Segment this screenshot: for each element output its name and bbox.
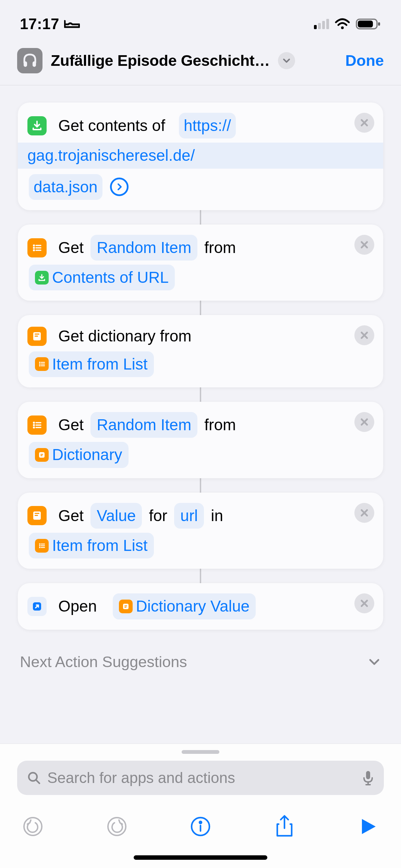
editor-header: Zufällige Episode Geschicht… Done [0, 41, 401, 85]
svg-point-15 [33, 422, 35, 424]
search-field[interactable]: Search for apps and actions [17, 761, 384, 795]
svg-rect-4 [24, 61, 27, 67]
svg-rect-28 [123, 604, 129, 609]
suggestions-label: Next Action Suggestions [20, 653, 187, 671]
status-time: 17:17 [20, 15, 59, 33]
bottom-toolbar [0, 795, 401, 850]
svg-rect-22 [35, 513, 39, 514]
list-icon [27, 238, 47, 257]
variable-token[interactable]: Contents of URL [29, 265, 175, 290]
status-left: 17:17 [20, 15, 80, 33]
bottom-panel: Search for apps and actions [0, 744, 401, 868]
svg-point-14 [39, 365, 40, 366]
delete-action-button[interactable] [354, 113, 374, 133]
svg-point-26 [39, 547, 40, 548]
status-right [314, 18, 381, 30]
svg-rect-23 [35, 515, 38, 516]
connector [200, 569, 201, 583]
redo-button[interactable] [105, 814, 129, 839]
action-get-item-from-list[interactable]: Get Random Item from Contents of URL [18, 225, 383, 301]
action-label: from [204, 236, 236, 260]
action-label: Get contents of [58, 113, 165, 138]
box-icon [119, 600, 133, 613]
action-label: Get dictionary from [58, 324, 192, 348]
svg-point-17 [33, 426, 35, 429]
download-icon [35, 271, 49, 285]
svg-point-7 [33, 247, 35, 249]
url-token[interactable]: gag.trojanischeresel.de/ [18, 143, 383, 168]
connector [200, 210, 201, 225]
undo-button[interactable] [21, 814, 45, 839]
next-action-suggestions-header[interactable]: Next Action Suggestions [18, 653, 383, 671]
svg-point-13 [39, 363, 40, 365]
delete-action-button[interactable] [354, 412, 374, 432]
delete-action-button[interactable] [354, 593, 374, 613]
home-indicator[interactable] [134, 855, 267, 860]
action-label: Open [58, 594, 97, 618]
action-get-contents-of-url[interactable]: Get contents of https:// gag.trojanische… [18, 103, 383, 210]
action-open-url[interactable]: Open Dictionary Value [18, 583, 383, 629]
done-button[interactable]: Done [345, 52, 384, 70]
battery-icon [356, 18, 381, 30]
svg-rect-20 [40, 455, 42, 456]
svg-rect-32 [366, 771, 370, 779]
search-placeholder: Search for apps and actions [47, 769, 356, 786]
action-label: Get [58, 236, 84, 260]
expand-action-button[interactable] [110, 178, 129, 196]
connector [200, 478, 201, 493]
connector [200, 387, 201, 402]
key-token[interactable]: url [174, 503, 204, 529]
action-label: Get [58, 413, 84, 437]
drag-handle[interactable] [182, 750, 219, 754]
connector [200, 301, 201, 315]
action-get-item-from-list[interactable]: Get Random Item from Dictionary [18, 402, 383, 478]
shortcut-glyph-headphones-icon[interactable] [17, 48, 42, 73]
svg-rect-2 [358, 21, 373, 27]
url-token[interactable]: data.json [29, 174, 102, 200]
arrow-out-icon [27, 597, 47, 616]
search-icon [27, 771, 41, 785]
delete-action-button[interactable] [354, 503, 374, 523]
variable-token[interactable]: Item from List [29, 533, 154, 558]
cellular-signal-icon [314, 19, 329, 29]
box-icon [35, 448, 49, 462]
action-label: from [204, 413, 236, 437]
bed-icon [64, 19, 80, 29]
action-get-dictionary-from-input[interactable]: Get dictionary from Item from List [18, 315, 383, 387]
shortcut-title[interactable]: Zufällige Episode Geschicht… [51, 52, 270, 70]
svg-point-24 [39, 543, 40, 545]
param-token[interactable]: Value [90, 503, 142, 529]
action-get-dictionary-value[interactable]: Get Value for url in Item from List [18, 493, 383, 569]
variable-label: Contents of URL [52, 265, 169, 290]
variable-label: Dictionary [52, 443, 122, 467]
url-token[interactable]: https:// [179, 113, 236, 138]
svg-point-8 [33, 249, 35, 251]
svg-rect-5 [33, 61, 36, 67]
info-button[interactable] [188, 814, 213, 839]
book-icon [27, 327, 47, 346]
download-icon [27, 116, 47, 135]
delete-action-button[interactable] [354, 235, 374, 255]
variable-label: Item from List [52, 533, 148, 558]
variable-label: Dictionary Value [136, 594, 250, 618]
action-label: in [211, 504, 223, 528]
variable-label: Item from List [52, 352, 148, 376]
list-icon [35, 539, 49, 553]
dictation-icon[interactable] [362, 770, 374, 786]
svg-point-0 [341, 26, 344, 29]
share-button[interactable] [272, 814, 297, 839]
variable-token[interactable]: Dictionary Value [113, 593, 256, 619]
actions-list: Get contents of https:// gag.trojanische… [0, 85, 401, 671]
status-bar: 17:17 [0, 0, 401, 41]
book-icon [27, 506, 47, 525]
variable-token[interactable]: Item from List [29, 351, 154, 377]
variable-token[interactable]: Dictionary [29, 442, 129, 468]
param-token[interactable]: Random Item [90, 412, 197, 438]
svg-point-12 [39, 362, 40, 363]
param-token[interactable]: Random Item [90, 235, 197, 261]
play-button[interactable] [356, 814, 380, 839]
svg-rect-29 [124, 605, 127, 606]
list-icon [35, 357, 49, 371]
wifi-icon [335, 18, 350, 30]
title-menu-button[interactable] [278, 52, 295, 69]
